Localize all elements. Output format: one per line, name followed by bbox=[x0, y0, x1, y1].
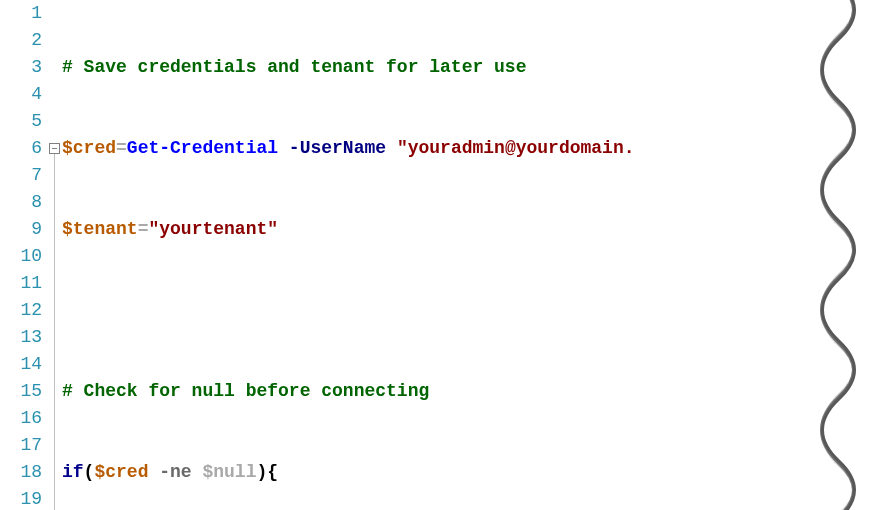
fold-cell bbox=[48, 216, 62, 243]
code-area[interactable]: # Save credentials and tenant for later … bbox=[62, 0, 820, 510]
punct-brace-open: { bbox=[267, 462, 278, 482]
fold-guide bbox=[54, 243, 55, 270]
fold-cell bbox=[48, 162, 62, 189]
code-line[interactable]: # Check for null before connecting bbox=[62, 378, 820, 405]
fold-guide bbox=[54, 324, 55, 351]
fold-cell bbox=[48, 27, 62, 54]
fold-cell bbox=[48, 324, 62, 351]
operator-ne: -ne bbox=[148, 462, 202, 482]
cmdlet: Get-Credential bbox=[127, 138, 278, 158]
fold-cell bbox=[48, 189, 62, 216]
fold-guide bbox=[54, 189, 55, 216]
auto-variable-null: $null bbox=[202, 462, 256, 482]
fold-cell bbox=[48, 297, 62, 324]
line-number: 7 bbox=[0, 162, 42, 189]
code-line[interactable]: $cred=Get-Credential -UserName "youradmi… bbox=[62, 135, 820, 162]
fold-guide bbox=[54, 378, 55, 405]
variable: $cred bbox=[62, 138, 116, 158]
keyword-if: if bbox=[62, 462, 84, 482]
fold-cell bbox=[48, 432, 62, 459]
code-line[interactable]: # Save credentials and tenant for later … bbox=[62, 54, 820, 81]
comment: # Save credentials and tenant for later … bbox=[62, 57, 526, 77]
parameter: -UserName bbox=[278, 138, 397, 158]
punct-paren-open: ( bbox=[84, 462, 95, 482]
fold-cell bbox=[48, 135, 62, 162]
fold-cell bbox=[48, 108, 62, 135]
string: "yourtenant" bbox=[148, 219, 278, 239]
line-number: 2 bbox=[0, 27, 42, 54]
punct-paren-close: ) bbox=[256, 462, 267, 482]
fold-cell bbox=[48, 54, 62, 81]
fold-cell bbox=[48, 378, 62, 405]
fold-cell bbox=[48, 351, 62, 378]
line-number: 14 bbox=[0, 351, 42, 378]
line-number: 11 bbox=[0, 270, 42, 297]
fold-column bbox=[48, 0, 62, 510]
code-line[interactable]: if($cred -ne $null){ bbox=[62, 459, 820, 486]
fold-guide bbox=[54, 270, 55, 297]
torn-edge-icon bbox=[820, 0, 869, 510]
line-number: 17 bbox=[0, 432, 42, 459]
line-number: 5 bbox=[0, 108, 42, 135]
fold-guide bbox=[54, 351, 55, 378]
line-number: 12 bbox=[0, 297, 42, 324]
line-number: 8 bbox=[0, 189, 42, 216]
fold-guide bbox=[54, 162, 55, 189]
code-line[interactable]: $tenant="yourtenant" bbox=[62, 216, 820, 243]
fold-cell bbox=[48, 405, 62, 432]
fold-guide bbox=[54, 459, 55, 486]
comment: # Check for null before connecting bbox=[62, 381, 429, 401]
line-number: 16 bbox=[0, 405, 42, 432]
line-number: 10 bbox=[0, 243, 42, 270]
fold-cell bbox=[48, 486, 62, 510]
line-number: 15 bbox=[0, 378, 42, 405]
code-editor[interactable]: 1 2 3 4 5 6 7 8 9 10 11 12 13 14 15 16 1… bbox=[0, 0, 820, 510]
line-number: 19 bbox=[0, 486, 42, 510]
line-number: 3 bbox=[0, 54, 42, 81]
variable: $cred bbox=[94, 462, 148, 482]
line-number: 1 bbox=[0, 0, 42, 27]
fold-cell bbox=[48, 0, 62, 27]
fold-guide bbox=[54, 297, 55, 324]
fold-guide bbox=[54, 405, 55, 432]
string: "youradmin@yourdomain. bbox=[397, 138, 635, 158]
line-number: 6 bbox=[0, 135, 42, 162]
fold-cell bbox=[48, 243, 62, 270]
fold-guide bbox=[54, 154, 55, 162]
editor-viewport: 1 2 3 4 5 6 7 8 9 10 11 12 13 14 15 16 1… bbox=[0, 0, 869, 510]
operator-assign: = bbox=[138, 219, 149, 239]
fold-guide bbox=[54, 486, 55, 510]
line-number: 4 bbox=[0, 81, 42, 108]
line-number: 9 bbox=[0, 216, 42, 243]
variable: $tenant bbox=[62, 219, 138, 239]
fold-cell bbox=[48, 459, 62, 486]
fold-toggle-icon[interactable] bbox=[49, 143, 60, 154]
line-number: 13 bbox=[0, 324, 42, 351]
line-number-gutter: 1 2 3 4 5 6 7 8 9 10 11 12 13 14 15 16 1… bbox=[0, 0, 48, 510]
fold-cell bbox=[48, 270, 62, 297]
fold-guide bbox=[54, 216, 55, 243]
line-number: 18 bbox=[0, 459, 42, 486]
operator-assign: = bbox=[116, 138, 127, 158]
fold-cell bbox=[48, 81, 62, 108]
code-line[interactable] bbox=[62, 297, 820, 324]
fold-guide bbox=[54, 432, 55, 459]
